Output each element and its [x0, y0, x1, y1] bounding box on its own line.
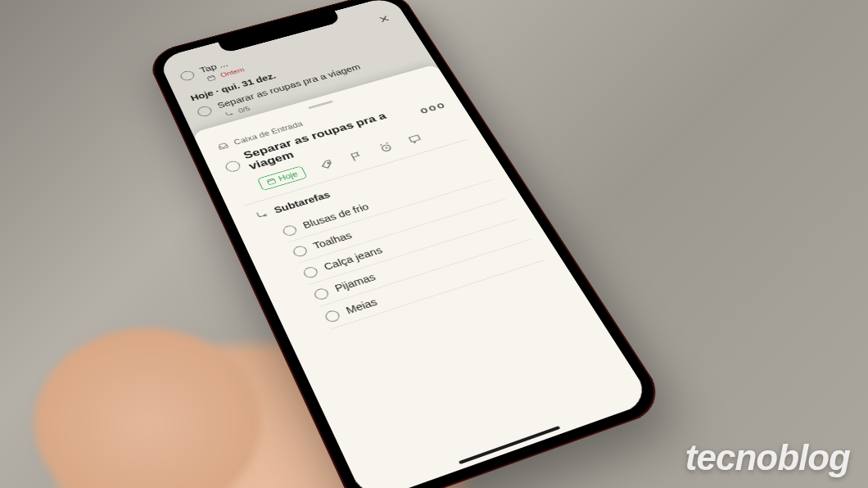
task-checkbox[interactable]	[179, 70, 196, 82]
date-chip[interactable]: Hoje	[257, 165, 307, 191]
drag-handle[interactable]	[308, 100, 333, 109]
tag-icon[interactable]	[318, 158, 337, 172]
task-checkbox[interactable]	[196, 105, 213, 118]
subtask-icon	[252, 207, 271, 222]
svg-rect-0	[207, 75, 215, 81]
subtask-checkbox[interactable]	[292, 245, 309, 258]
flag-icon[interactable]	[347, 150, 366, 163]
calendar-icon	[203, 72, 220, 84]
subtask-label: Meias	[344, 296, 379, 316]
subtask-checkbox[interactable]	[282, 224, 299, 237]
subtask-checkbox[interactable]	[302, 265, 319, 279]
watermark: tecnoblog	[685, 437, 850, 478]
svg-point-1	[231, 114, 233, 115]
subtask-checkbox[interactable]	[313, 287, 331, 301]
task-checkbox[interactable]	[224, 160, 242, 174]
bg-task-count: 0/5	[237, 105, 251, 114]
svg-rect-2	[267, 178, 276, 185]
subtask-icon	[220, 107, 238, 120]
scene: Tap ... Ontem Hoje · qui. 31 dez.	[0, 0, 868, 488]
alarm-icon[interactable]	[377, 141, 396, 154]
svg-point-3	[327, 162, 329, 164]
date-chip-text: Hoje	[277, 169, 299, 183]
comment-icon[interactable]	[405, 133, 424, 146]
more-button[interactable]: ooo	[418, 100, 448, 116]
svg-point-5	[264, 214, 266, 216]
inbox-icon	[214, 139, 232, 152]
subtask-checkbox[interactable]	[323, 309, 341, 323]
